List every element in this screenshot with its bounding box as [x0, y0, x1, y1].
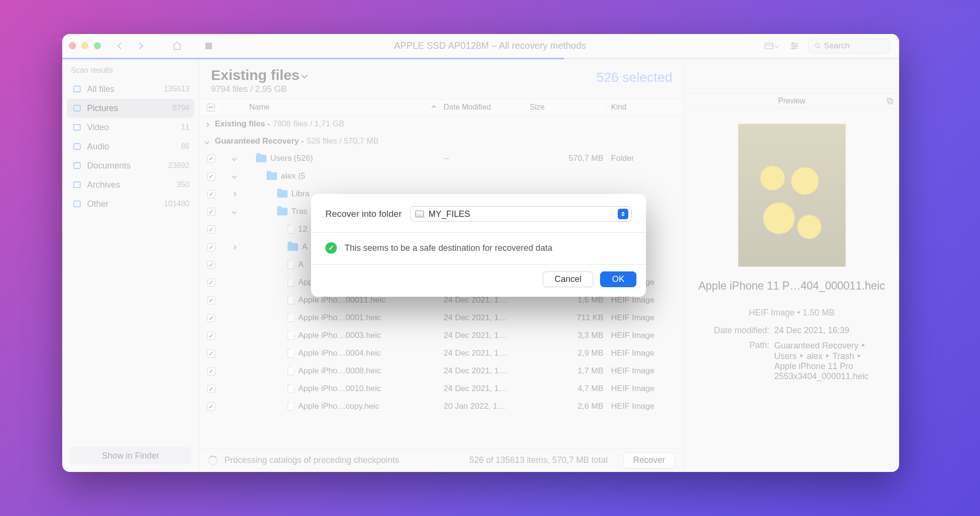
destination-value: MY_FILES	[428, 209, 613, 219]
dialog-label: Recover into folder	[325, 209, 401, 219]
ok-button[interactable]: OK	[600, 271, 636, 287]
checkmark-icon: ✓	[325, 242, 337, 254]
combobox-stepper-icon	[618, 209, 628, 219]
destination-combobox[interactable]: MY_FILES	[410, 206, 632, 222]
recover-destination-dialog: Recover into folder MY_FILES ✓ This seem…	[311, 194, 646, 297]
drive-icon	[415, 211, 424, 217]
dialog-message: This seems to be a safe destination for …	[345, 243, 552, 253]
cancel-button[interactable]: Cancel	[543, 271, 593, 287]
